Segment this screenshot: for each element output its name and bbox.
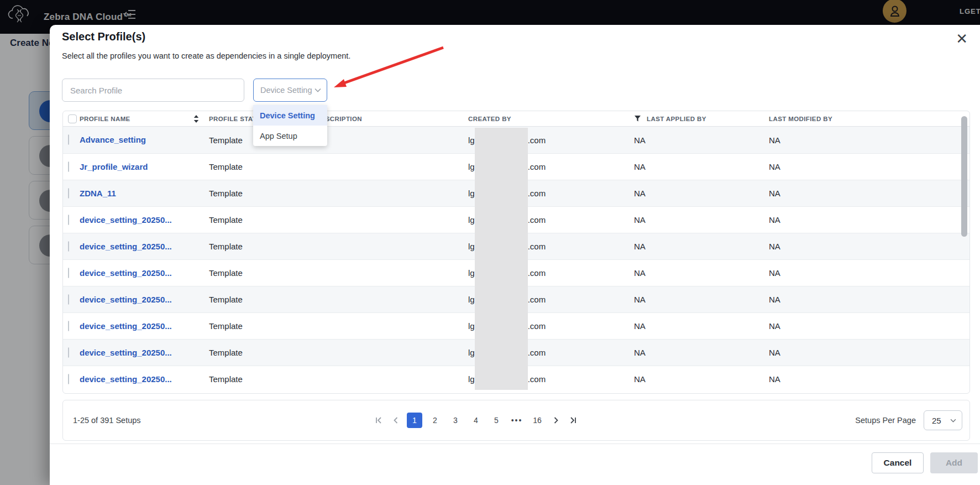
- last-modified-by-cell: NA: [757, 215, 969, 225]
- filter-icon[interactable]: [634, 115, 641, 122]
- page-number-button[interactable]: 3: [448, 413, 463, 428]
- last-applied-by-cell: NA: [627, 189, 757, 198]
- created-by-suffix: .com: [528, 348, 546, 357]
- created-by-prefix: lg: [468, 162, 475, 171]
- last-applied-by-cell: NA: [627, 135, 757, 145]
- profile-status-cell: Template: [207, 295, 312, 304]
- footer-divider: [50, 444, 980, 444]
- created-by-prefix: lg: [468, 135, 475, 145]
- profile-name-link[interactable]: device_setting_20250...: [80, 321, 172, 331]
- last-page-icon[interactable]: [567, 414, 579, 426]
- last-applied-by-cell: NA: [627, 374, 757, 384]
- last-modified-by-cell: NA: [757, 295, 969, 304]
- created-by-prefix: lg: [468, 295, 475, 304]
- page-ellipsis: •••: [509, 413, 525, 428]
- profile-name-link[interactable]: device_setting_20250...: [80, 215, 172, 225]
- column-header-created-by[interactable]: CREATED BY: [461, 116, 627, 122]
- row-checkbox[interactable]: [68, 134, 69, 145]
- profile-name-link[interactable]: device_setting_20250...: [80, 374, 172, 384]
- last-modified-by-cell: NA: [757, 135, 969, 145]
- row-checkbox[interactable]: [68, 215, 69, 225]
- profile-name-link[interactable]: device_setting_20250...: [80, 268, 172, 278]
- profile-status-cell: Template: [207, 242, 312, 251]
- next-page-icon[interactable]: [550, 414, 562, 426]
- row-checkbox[interactable]: [68, 161, 69, 172]
- chevron-down-icon: [950, 419, 956, 423]
- redaction-box: [475, 128, 528, 390]
- sort-icon[interactable]: [193, 115, 199, 123]
- last-modified-by-cell: NA: [757, 321, 969, 331]
- last-applied-by-cell: NA: [627, 242, 757, 251]
- profile-status-cell: Template: [207, 348, 312, 357]
- created-by-suffix: .com: [528, 189, 546, 198]
- last-modified-by-cell: NA: [757, 189, 969, 198]
- profile-name-link[interactable]: Jr_profile_wizard: [80, 162, 148, 171]
- profiles-table: PROFILE NAME PROFILE STATUS DESCRIPTION …: [62, 111, 970, 394]
- row-checkbox[interactable]: [68, 188, 69, 199]
- column-header-last-modified-by[interactable]: LAST MODIFIED BY: [757, 116, 969, 122]
- row-checkbox[interactable]: [68, 347, 69, 358]
- profile-name-link[interactable]: Advance_setting: [80, 135, 146, 144]
- add-button[interactable]: Add: [930, 452, 978, 473]
- created-by-prefix: lg: [468, 321, 475, 331]
- profile-status-cell: Template: [207, 374, 312, 384]
- row-checkbox[interactable]: [68, 294, 69, 305]
- profile-name-link[interactable]: device_setting_20250...: [80, 242, 172, 251]
- created-by-suffix: .com: [528, 321, 546, 331]
- column-header-last-applied-by[interactable]: LAST APPLIED BY: [627, 115, 757, 122]
- created-by-prefix: lg: [468, 348, 475, 357]
- created-by-prefix: lg: [468, 374, 475, 384]
- first-page-icon[interactable]: [373, 414, 385, 426]
- created-by-suffix: .com: [528, 268, 546, 278]
- created-by-suffix: .com: [528, 162, 546, 171]
- page-number-button[interactable]: 16: [530, 413, 545, 428]
- last-modified-by-cell: NA: [757, 162, 969, 171]
- row-checkbox[interactable]: [68, 268, 69, 278]
- created-by-prefix: lg: [468, 215, 475, 225]
- created-by-prefix: lg: [468, 242, 475, 251]
- last-applied-by-cell: NA: [627, 162, 757, 171]
- created-by-suffix: .com: [528, 215, 546, 225]
- last-applied-by-cell: NA: [627, 215, 757, 225]
- row-checkbox[interactable]: [68, 241, 69, 252]
- page-number-button[interactable]: 1: [407, 413, 422, 428]
- per-page-select[interactable]: 25: [924, 410, 962, 430]
- page-number-list: 12345•••16: [407, 413, 545, 428]
- profile-type-selected-value: Device Setting: [260, 86, 312, 95]
- search-input[interactable]: Search Profile: [62, 79, 244, 102]
- previous-page-icon[interactable]: [390, 414, 402, 426]
- table-scrollbar[interactable]: [961, 116, 967, 237]
- last-applied-by-cell: NA: [627, 321, 757, 331]
- created-by-suffix: .com: [528, 135, 546, 145]
- select-all-checkbox[interactable]: [68, 114, 77, 123]
- page-number-button[interactable]: 2: [427, 413, 443, 428]
- row-checkbox[interactable]: [68, 374, 69, 384]
- last-applied-by-cell: NA: [627, 348, 757, 357]
- close-icon[interactable]: ✕: [956, 32, 968, 46]
- created-by-prefix: lg: [468, 268, 475, 278]
- pagination-range-label: 1-25 of 391 Setups: [73, 416, 141, 425]
- column-header-description[interactable]: DESCRIPTION: [312, 116, 461, 122]
- last-modified-by-cell: NA: [757, 348, 969, 357]
- last-applied-by-cell: NA: [627, 295, 757, 304]
- page-number-button[interactable]: 4: [468, 413, 484, 428]
- profile-name-link[interactable]: device_setting_20250...: [80, 295, 172, 304]
- created-by-suffix: .com: [528, 242, 546, 251]
- profile-name-link[interactable]: device_setting_20250...: [80, 348, 172, 357]
- profile-status-cell: Template: [207, 268, 312, 278]
- page-number-button[interactable]: 5: [489, 413, 504, 428]
- dialog-subtitle: Select all the profiles you want to crea…: [62, 51, 350, 60]
- created-by-prefix: lg: [468, 189, 475, 198]
- dropdown-option-app-setup[interactable]: App Setup: [253, 126, 327, 146]
- profile-type-select[interactable]: Device Setting: [253, 79, 327, 102]
- table-header-row: PROFILE NAME PROFILE STATUS DESCRIPTION …: [63, 111, 969, 127]
- cancel-button[interactable]: Cancel: [872, 452, 924, 473]
- column-header-profile-name[interactable]: PROFILE NAME: [80, 115, 207, 123]
- last-modified-by-cell: NA: [757, 374, 969, 384]
- select-profiles-dialog: ✕ Select Profile(s) Select all the profi…: [50, 25, 980, 485]
- last-modified-by-cell: NA: [757, 242, 969, 251]
- profile-name-link[interactable]: ZDNA_11: [80, 189, 116, 198]
- row-checkbox[interactable]: [68, 321, 69, 331]
- dropdown-option-device-setting[interactable]: Device Setting: [253, 105, 327, 126]
- pager: 12345•••16: [373, 400, 579, 440]
